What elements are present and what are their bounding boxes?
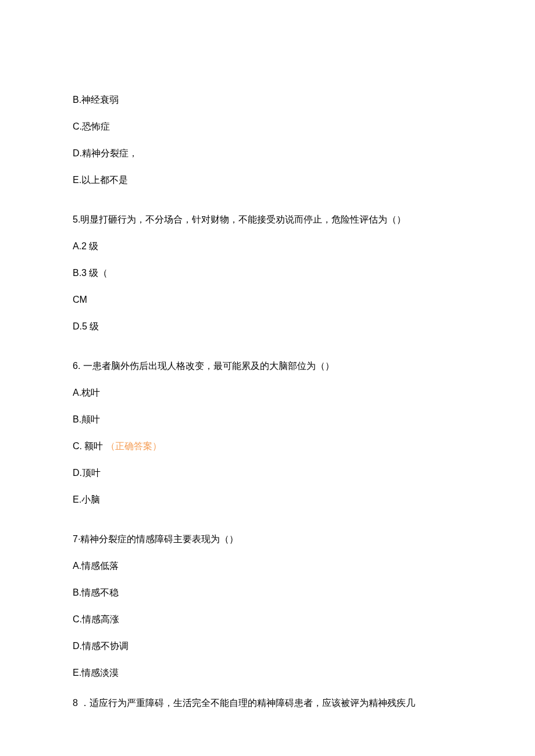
q4-option-b: B.神经衰弱 (73, 93, 462, 107)
q6-option-c: C. 额叶 （正确答案） (73, 439, 462, 453)
q4-option-e: E.以上都不是 (73, 173, 462, 187)
q6-option-c-text: C. 额叶 (73, 441, 103, 451)
q7-option-a: A.情感低落 (73, 559, 462, 573)
q7-option-b: B.情感不稳 (73, 586, 462, 600)
q6-option-d: D.顶叶 (73, 466, 462, 480)
q6-option-a: A.枕叶 (73, 386, 462, 400)
q8-stem: 8 ．适应行为严重障碍，生活完全不能自理的精神障碍患者，应该被评为精神残疾几 (73, 696, 462, 710)
q7-stem: 7·精神分裂症的情感障碍主要表现为（） (73, 532, 462, 546)
document-page: B.神经衰弱 C.恐怖症 D.精神分裂症， E.以上都不是 5.明显打砸行为，不… (0, 0, 535, 756)
q5-option-a: A.2 级 (73, 239, 462, 253)
q6-option-e: E.小脑 (73, 493, 462, 507)
q4-option-c: C.恐怖症 (73, 120, 462, 134)
q7-option-c: C.情感高涨 (73, 612, 462, 626)
q7-option-e: E.情感淡漠 (73, 666, 462, 680)
q5-stem: 5.明显打砸行为，不分场合，针对财物，不能接受劝说而停止，危险性评估为（） (73, 213, 462, 227)
q6-option-b: B.颠叶 (73, 413, 462, 427)
correct-answer-mark: （正确答案） (106, 441, 162, 451)
q5-option-d: D.5 级 (73, 320, 462, 334)
q7-option-d: D.情感不协调 (73, 639, 462, 653)
q5-option-c: CM (73, 293, 462, 307)
q4-option-d: D.精神分裂症， (73, 146, 462, 160)
q6-stem: 6. 一患者脑外伤后出现人格改变，最可能累及的大脑部位为（） (73, 359, 462, 373)
q5-option-b: B.3 级（ (73, 266, 462, 280)
